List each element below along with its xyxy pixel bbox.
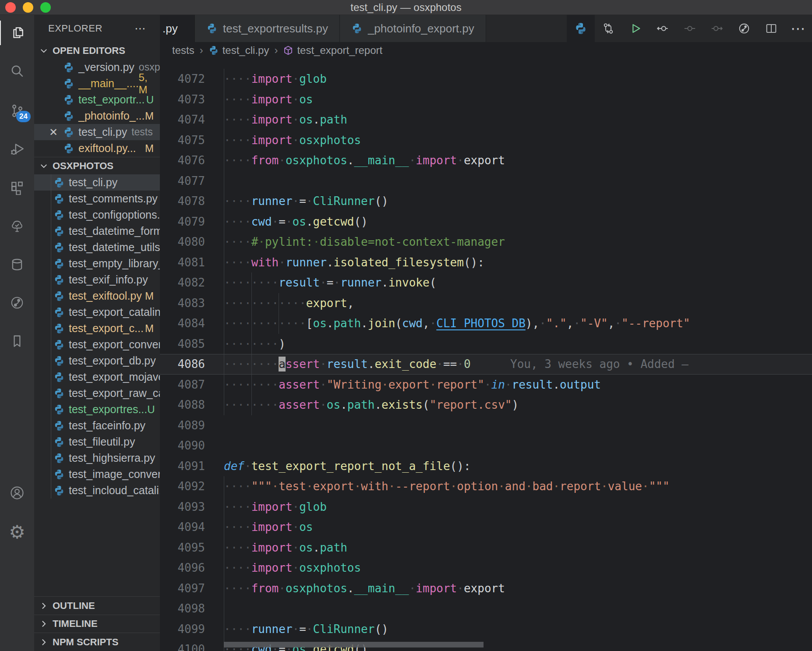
code-line-4077: 4077	[160, 171, 812, 191]
open-editor-item[interactable]: exiftool.py...M	[34, 140, 160, 156]
tab--photoinfo-export-py[interactable]: _photoinfo_export.py	[340, 15, 486, 42]
project-section-header[interactable]: OSXPHOTOS	[34, 157, 160, 174]
open-editor-label: _version.py	[78, 61, 134, 74]
open-editor-item[interactable]: ✕test_cli.pytests	[34, 124, 160, 140]
python-file-icon	[63, 127, 74, 138]
code-line-4091: 4091def·test_export_report_not_a_file():	[160, 456, 812, 477]
tree-item[interactable]: test_export_conver...	[34, 336, 160, 353]
section-label: NPM SCRIPTS	[53, 637, 118, 648]
code-line-4076: 4076····from·osxphotos.__main__·import·e…	[160, 150, 812, 171]
python-file-icon	[53, 436, 65, 448]
tree-item-label: test_exportres...	[69, 403, 147, 416]
python-file-icon	[63, 62, 74, 73]
git-blame-annotation: You, 3 weeks ago • Added –	[510, 357, 688, 371]
code-line-4079: 4079····cwd·=·os.getcwd()	[160, 212, 812, 232]
activity-settings-icon[interactable]: ⚙	[0, 520, 34, 545]
activity-run-debug-icon[interactable]	[0, 137, 34, 161]
tree-item[interactable]: test_incloud_catali...	[34, 482, 160, 499]
code-editor[interactable]: 4072····import·glob4073····import·os4074…	[160, 59, 812, 651]
activity-source-control-icon[interactable]: 24	[0, 99, 34, 123]
sidebar-section-outline[interactable]: OUTLINE	[34, 596, 160, 615]
open-editor-item[interactable]: _photoinfo_...M	[34, 108, 160, 124]
breadcrumb-item[interactable]: test_export_report	[283, 44, 382, 57]
tree-item[interactable]: test_datetime_form...	[34, 223, 160, 239]
circle-outline-icon[interactable]	[676, 15, 703, 42]
tree-item[interactable]: test_cli.py	[34, 174, 160, 191]
section-label: TIMELINE	[53, 618, 98, 630]
open-editor-label: test_exportr...	[78, 93, 145, 106]
tree-item[interactable]: test_comments.py	[34, 191, 160, 207]
activity-gitlens-icon[interactable]	[0, 290, 34, 315]
tree-item[interactable]: test_export_db.py	[34, 353, 160, 369]
line-number: 4080	[160, 235, 205, 248]
python-file-icon	[53, 371, 65, 383]
sidebar-section-npm-scripts[interactable]: NPM SCRIPTS	[34, 633, 160, 651]
activity-database-icon[interactable]	[0, 252, 34, 277]
tree-item[interactable]: test_configoptions....	[34, 207, 160, 223]
python-logo-icon[interactable]	[567, 15, 595, 42]
line-number: 4073	[160, 93, 205, 106]
python-file-icon	[53, 485, 65, 496]
tree-item-label: test_export_db.py	[69, 354, 156, 367]
open-editor-item[interactable]: __main__....5, M	[34, 75, 160, 92]
git-status-badge: M	[145, 290, 154, 302]
tree-item-label: test_faceinfo.py	[69, 419, 145, 432]
tree-item[interactable]: test_highsierra.py	[34, 450, 160, 466]
open-editor-item[interactable]: test_exportr...U	[34, 92, 160, 108]
tree-item[interactable]: test_faceinfo.py	[34, 417, 160, 434]
split-editor-icon[interactable]	[758, 15, 785, 42]
nav-forward-icon[interactable]	[703, 15, 731, 42]
code-text: ····import·glob	[224, 72, 327, 85]
code-text: ····runner·=·CliRunner()	[224, 195, 388, 208]
sidebar-title-row: EXPLORER ⋯	[34, 15, 160, 42]
tree-item-label: test_export_raw_ca...	[69, 387, 160, 400]
compare-changes-icon[interactable]	[595, 15, 622, 42]
breadcrumb-item[interactable]: tests	[172, 44, 194, 57]
activity-test-tree-icon[interactable]	[0, 214, 34, 238]
open-editors-section-header[interactable]: OPEN EDITORS	[34, 43, 160, 59]
activity-search-icon[interactable]	[0, 59, 34, 84]
tree-item[interactable]: test_export_mojave...	[34, 369, 160, 385]
tree-item[interactable]: test_exif_info.py	[34, 272, 160, 288]
close-icon[interactable]: ✕	[49, 126, 58, 138]
tree-item[interactable]: test_exportres...U	[34, 401, 160, 417]
code-line-4097: 4097····from·osxphotos.__main__·import·e…	[160, 578, 812, 599]
tree-item-label: test_export_catalin...	[69, 306, 160, 318]
tab--py[interactable]: .py	[160, 15, 195, 42]
chevron-right-icon	[39, 638, 49, 647]
views-and-more-actions-icon[interactable]: ⋯	[134, 22, 146, 35]
breadcrumb-label: test_export_report	[297, 44, 382, 57]
nav-back-icon[interactable]	[649, 15, 676, 42]
python-file-icon	[208, 45, 219, 56]
code-text: ············[os.path.join(cwd,·CLI_PHOTO…	[224, 317, 690, 330]
tree-item[interactable]: test_export_catalin...	[34, 304, 160, 320]
tree-item[interactable]: test_empty_library_...	[34, 255, 160, 272]
tree-item[interactable]: test_datetime_utils....	[34, 239, 160, 255]
python-file-icon	[63, 78, 74, 89]
line-number: 4084	[160, 317, 205, 330]
tree-item[interactable]: test_export_c...M	[34, 320, 160, 336]
line-number: 4089	[160, 419, 205, 432]
explorer-sidebar: EXPLORER ⋯ OPEN EDITORS _version.pyosxp.…	[34, 15, 160, 651]
code-line-4095: 4095····import·os.path	[160, 538, 812, 558]
horizontal-scrollbar[interactable]	[224, 642, 484, 647]
tree-item[interactable]: test_export_raw_ca...	[34, 385, 160, 401]
tree-item[interactable]: test_fileutil.py	[34, 434, 160, 450]
commit-graph-icon[interactable]	[731, 15, 758, 42]
tree-item[interactable]: test_image_convert...	[34, 466, 160, 482]
activity-account-icon[interactable]	[0, 481, 34, 505]
breadcrumb-label: test_cli.py	[222, 44, 269, 57]
more-actions-icon[interactable]: ⋯	[785, 15, 812, 42]
activity-explorer-icon[interactable]	[0, 21, 34, 45]
sidebar-section-timeline[interactable]: TIMELINE	[34, 615, 160, 633]
tree-item[interactable]: test_exiftool.pyM	[34, 288, 160, 304]
code-line-4090: 4090	[160, 435, 812, 456]
tab-test-exportresults-py[interactable]: test_exportresults.py	[195, 15, 340, 42]
line-number: 4093	[160, 500, 205, 513]
activity-bookmarks-icon[interactable]	[0, 329, 34, 354]
tree-item-label: test_incloud_catali...	[69, 484, 160, 497]
code-text: ········result·=·runner.invoke(	[224, 276, 436, 289]
run-icon[interactable]	[622, 15, 649, 42]
breadcrumb-item[interactable]: test_cli.py	[208, 44, 269, 57]
activity-extensions-icon[interactable]	[0, 175, 34, 200]
